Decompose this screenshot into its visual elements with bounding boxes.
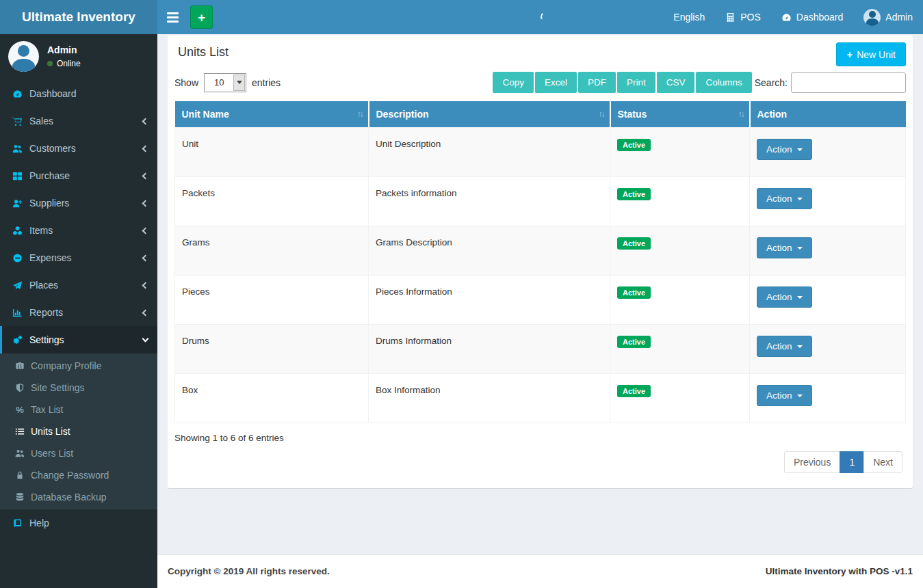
- sidebar-toggle-button[interactable]: [157, 0, 187, 34]
- sort-icon[interactable]: ↑↓: [357, 109, 363, 119]
- pos-link[interactable]: POS: [715, 0, 771, 34]
- percent-icon: %: [15, 405, 25, 415]
- units-table: Unit Name↑↓ Description↑↓ Status↑↓ Actio…: [174, 101, 906, 423]
- sidebar-item-settings[interactable]: Settings Company Profile Site Settings %…: [0, 326, 157, 509]
- search-input[interactable]: [791, 72, 906, 93]
- sidebar-menu: Dashboard Sales Customers Purchase Suppl…: [0, 80, 157, 537]
- unit-name-cell: Grams: [175, 226, 369, 276]
- pdf-button[interactable]: PDF: [578, 72, 616, 93]
- user-menu[interactable]: Admin: [853, 0, 923, 34]
- sidebar-item-dashboard[interactable]: Dashboard: [0, 80, 157, 107]
- book-icon: [12, 518, 23, 529]
- chevron-left-icon: [142, 254, 149, 261]
- action-dropdown-button[interactable]: Action: [757, 286, 812, 308]
- sidebar-item-users-list[interactable]: Users List: [0, 442, 157, 464]
- action-cell: Action: [750, 374, 906, 423]
- sidebar-item-help[interactable]: Help: [0, 509, 157, 537]
- action-cell: Action: [750, 226, 906, 276]
- action-cell: Action: [750, 325, 906, 374]
- brand-logo[interactable]: Ultimate Inventory: [0, 0, 157, 34]
- table-row: Box Box Information Active Action: [175, 374, 906, 423]
- grid-icon: [12, 171, 23, 181]
- action-dropdown-button[interactable]: Action: [757, 237, 812, 258]
- status-badge: Active: [617, 237, 651, 250]
- table-row: Pieces Pieces Information Active Action: [175, 276, 906, 325]
- card-body: Show 10 entries Copy Excel PDF Print CSV: [168, 65, 913, 488]
- sidebar-user-panel: Admin Online: [0, 34, 157, 80]
- sidebar-item-customers[interactable]: Customers: [0, 135, 157, 162]
- sidebar-item-tax-list[interactable]: % Tax List: [0, 399, 157, 420]
- print-button[interactable]: Print: [617, 72, 655, 93]
- status-badge: Active: [617, 286, 651, 299]
- chevron-left-icon: [142, 145, 149, 152]
- table-toolbar: Show 10 entries Copy Excel PDF Print CSV: [174, 65, 906, 101]
- sidebar-item-sales[interactable]: Sales: [0, 107, 157, 135]
- action-dropdown-button[interactable]: Action: [757, 336, 812, 357]
- database-icon: [15, 492, 25, 502]
- cubes-icon: [12, 226, 23, 236]
- pagination-page-1-button[interactable]: 1: [840, 451, 864, 473]
- action-cell: Action: [750, 128, 906, 177]
- sidebar-item-items[interactable]: Items: [0, 217, 157, 244]
- description-cell: Packets information: [369, 177, 610, 226]
- chevron-left-icon: [142, 200, 149, 206]
- sidebar-item-company-profile[interactable]: Company Profile: [0, 355, 157, 377]
- page-length-select-wrap: 10: [204, 73, 246, 92]
- sort-icon[interactable]: ↑↓: [738, 109, 744, 119]
- sidebar-item-change-password[interactable]: Change Password: [0, 464, 157, 486]
- quick-add-button[interactable]: +: [190, 5, 213, 29]
- user-avatar: [863, 9, 881, 26]
- status-cell: Active: [610, 325, 750, 374]
- card-header: Units List +New Unit: [168, 36, 913, 65]
- action-dropdown-button[interactable]: Action: [757, 139, 812, 160]
- caret-down-icon: [797, 198, 803, 200]
- sidebar-item-units-list[interactable]: Units List: [0, 420, 157, 442]
- gears-icon: [12, 335, 23, 345]
- sidebar-item-site-settings[interactable]: Site Settings: [0, 377, 157, 399]
- copyright-text: Copyright © 2019 All rights reserved.: [168, 566, 330, 576]
- page-length-select[interactable]: 10: [204, 73, 246, 92]
- pagination-previous-button[interactable]: Previous: [784, 451, 840, 473]
- lock-icon: [15, 470, 25, 480]
- excel-button[interactable]: Excel: [535, 72, 577, 93]
- search-label: Search:: [755, 77, 788, 88]
- copy-button[interactable]: Copy: [493, 72, 534, 93]
- description-cell: Grams Description: [369, 226, 610, 276]
- unit-name-cell: Packets: [175, 177, 369, 226]
- action-dropdown-button[interactable]: Action: [757, 188, 812, 209]
- dashboard-link[interactable]: Dashboard: [771, 0, 854, 34]
- status-badge: Active: [617, 188, 651, 200]
- dashboard-icon: [781, 12, 792, 23]
- shield-icon: [15, 383, 25, 392]
- table-header-row: Unit Name↑↓ Description↑↓ Status↑↓ Actio…: [175, 101, 906, 128]
- pagination-next-button[interactable]: Next: [863, 451, 902, 473]
- cart-icon: [12, 116, 23, 126]
- table-row: Grams Grams Description Active Action: [175, 226, 906, 276]
- new-unit-button[interactable]: +New Unit: [836, 42, 906, 66]
- column-header-unit-name[interactable]: Unit Name↑↓: [175, 101, 369, 128]
- column-header-description[interactable]: Description↑↓: [369, 101, 610, 128]
- main-content: Units List +New Unit Show 10 entries Cop…: [157, 36, 923, 488]
- sidebar-item-reports[interactable]: Reports: [0, 299, 157, 326]
- sort-icon[interactable]: ↑↓: [599, 109, 604, 119]
- column-header-status[interactable]: Status↑↓: [610, 101, 750, 128]
- action-dropdown-button[interactable]: Action: [757, 385, 812, 406]
- paper-plane-icon: [12, 280, 23, 291]
- columns-button[interactable]: Columns: [696, 72, 751, 93]
- sidebar-item-purchase[interactable]: Purchase: [0, 162, 157, 189]
- description-cell: Box Information: [369, 374, 610, 423]
- sidebar-item-suppliers[interactable]: Suppliers: [0, 189, 157, 217]
- status-cell: Active: [610, 128, 750, 177]
- unit-name-cell: Unit: [175, 128, 369, 177]
- csv-button[interactable]: CSV: [657, 72, 695, 93]
- sidebar-item-database-backup[interactable]: Database Backup: [0, 486, 157, 508]
- chevron-left-icon: [142, 118, 149, 124]
- sidebar-item-expenses[interactable]: Expenses: [0, 244, 157, 271]
- caret-down-icon: [797, 395, 803, 397]
- language-menu[interactable]: English: [663, 0, 715, 34]
- list-icon: [15, 427, 25, 436]
- toolbar-right: Copy Excel PDF Print CSV Columns Search:: [491, 72, 906, 93]
- sidebar-item-places[interactable]: Places: [0, 271, 157, 299]
- chevron-left-icon: [142, 227, 149, 234]
- online-status-icon: [47, 61, 53, 66]
